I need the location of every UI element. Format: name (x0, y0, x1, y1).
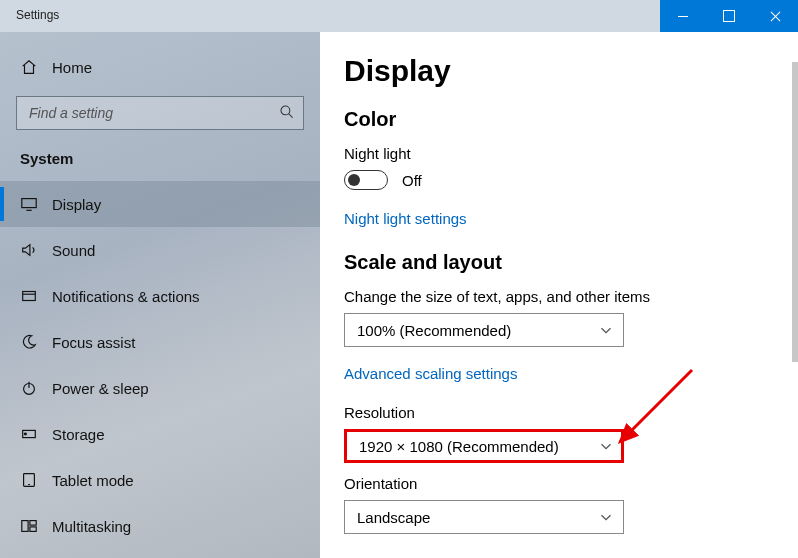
sidebar-item-notifications[interactable]: Notifications & actions (0, 273, 320, 319)
sidebar-item-tablet-mode[interactable]: Tablet mode (0, 457, 320, 503)
sidebar-item-storage[interactable]: Storage (0, 411, 320, 457)
sidebar-item-multitasking[interactable]: Multitasking (0, 503, 320, 549)
svg-rect-2 (22, 199, 36, 208)
window-buttons (660, 0, 798, 32)
moon-icon (20, 333, 38, 351)
night-light-settings-link[interactable]: Night light settings (344, 210, 467, 227)
scale-label: Change the size of text, apps, and other… (344, 288, 798, 305)
maximize-button[interactable] (706, 0, 752, 32)
sidebar-category: System (0, 144, 320, 181)
sidebar-item-power-sleep[interactable]: Power & sleep (0, 365, 320, 411)
multitasking-icon (20, 517, 38, 535)
sidebar: Home System Display Sound Notifications … (0, 32, 320, 558)
app-body: Home System Display Sound Notifications … (0, 32, 798, 558)
title-bar: Settings (0, 0, 798, 32)
svg-rect-12 (22, 521, 28, 532)
home-icon (20, 58, 38, 76)
sidebar-item-focus-assist[interactable]: Focus assist (0, 319, 320, 365)
section-color: Color (344, 108, 798, 131)
notifications-icon (20, 287, 38, 305)
power-icon (20, 379, 38, 397)
night-light-row: Off (344, 170, 798, 190)
sidebar-item-sound[interactable]: Sound (0, 227, 320, 273)
close-button[interactable] (752, 0, 798, 32)
svg-rect-13 (30, 521, 36, 526)
search-input[interactable] (16, 96, 304, 130)
orientation-label: Orientation (344, 475, 798, 492)
scale-value: 100% (Recommended) (357, 322, 511, 339)
search-wrap (16, 96, 304, 130)
sidebar-item-label: Tablet mode (52, 472, 134, 489)
scale-select[interactable]: 100% (Recommended) (344, 313, 624, 347)
night-light-toggle[interactable] (344, 170, 388, 190)
home-link[interactable]: Home (0, 50, 320, 92)
section-scale: Scale and layout (344, 251, 798, 274)
window-title: Settings (0, 0, 71, 32)
tablet-icon (20, 471, 38, 489)
display-icon (20, 195, 38, 213)
chevron-down-icon (597, 321, 615, 339)
svg-line-1 (289, 114, 293, 118)
sidebar-item-label: Display (52, 196, 101, 213)
resolution-label: Resolution (344, 404, 798, 421)
minimize-button[interactable] (660, 0, 706, 32)
search-icon (279, 104, 295, 120)
svg-rect-4 (23, 292, 36, 301)
night-light-label: Night light (344, 145, 798, 162)
sidebar-item-label: Multitasking (52, 518, 131, 535)
sidebar-item-label: Sound (52, 242, 95, 259)
sound-icon (20, 241, 38, 259)
svg-point-0 (281, 106, 290, 115)
sidebar-item-label: Power & sleep (52, 380, 149, 397)
orientation-value: Landscape (357, 509, 430, 526)
resolution-select[interactable]: 1920 × 1080 (Recommended) (344, 429, 624, 463)
chevron-down-icon (597, 437, 615, 455)
svg-rect-14 (30, 527, 36, 532)
sidebar-item-label: Focus assist (52, 334, 135, 351)
resolution-value: 1920 × 1080 (Recommended) (359, 438, 559, 455)
content-pane: Display Color Night light Off Night ligh… (320, 32, 798, 558)
sidebar-item-label: Notifications & actions (52, 288, 200, 305)
advanced-scaling-link[interactable]: Advanced scaling settings (344, 365, 517, 382)
storage-icon (20, 425, 38, 443)
chevron-down-icon (597, 508, 615, 526)
scrollbar[interactable] (792, 62, 798, 362)
night-light-state: Off (402, 172, 422, 189)
orientation-select[interactable]: Landscape (344, 500, 624, 534)
home-label: Home (52, 59, 92, 76)
page-title: Display (344, 54, 798, 88)
svg-point-9 (25, 433, 27, 435)
sidebar-item-label: Storage (52, 426, 105, 443)
sidebar-item-display[interactable]: Display (0, 181, 320, 227)
